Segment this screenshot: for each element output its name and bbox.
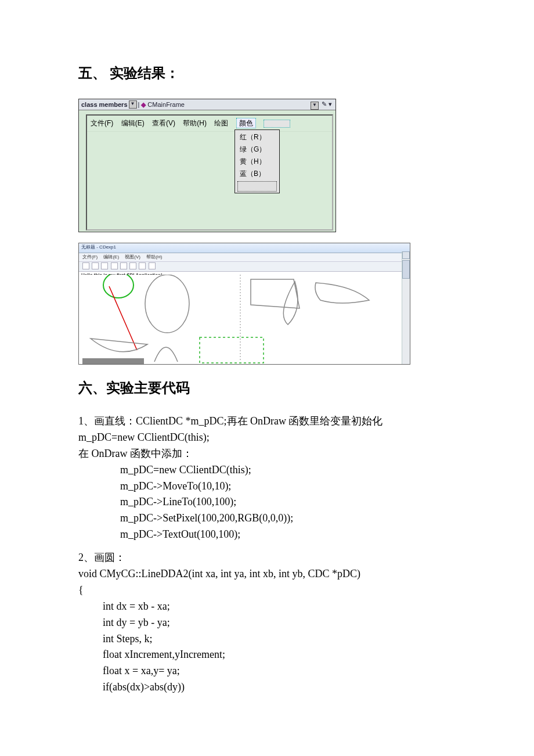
menu-view[interactable]: 视图(V) [125,254,140,260]
tool-icon[interactable] [139,262,146,269]
code-line: 在 OnDraw 函数中添加： [78,446,459,462]
mainframe-label: CMainFrame [147,101,185,108]
screenshot-menu-dropdown: class members ▼ | ◆ CMainFrame ▼ ✎ ▾ 文件(… [78,99,336,232]
menu-file[interactable]: 文件(F) [91,119,113,127]
tool-icon[interactable] [92,262,99,269]
dropdown-item-blue[interactable]: 蓝（B） [235,168,279,180]
menu-draw[interactable]: 绘图 [214,119,228,127]
ide-combo-bar: class members ▼ | ◆ CMainFrame ▼ ✎ ▾ [79,99,335,110]
class-members-label: class members [81,101,128,108]
section-6-heading: 六、实验主要代码 [78,379,459,397]
tool-icon[interactable] [82,262,89,269]
window-title: 无标题 - CDexp1 [81,244,116,250]
toolbar [79,262,410,272]
color-dropdown: 红（R） 绿（G） 黄（H） 蓝（B） [234,129,280,193]
code-line: float xIncrement,yIncrement; [78,647,459,663]
code-line: int dy = yb - ya; [78,615,459,631]
tool-icon[interactable] [111,262,118,269]
code-line: m_pDC->LineTo(100,100); [78,494,459,510]
screenshot-drawing-app: 无标题 - CDexp1 文件(F) 编辑(E) 视图(V) 帮助(H) Hel… [78,243,410,365]
menu-bar: 文件(F) 编辑(E) 视图(V) 帮助(H) [79,253,410,262]
menu-edit[interactable]: 编辑(E) [103,254,119,260]
menu-blank [264,120,290,128]
dropdown-item-red[interactable]: 红（R） [235,131,279,143]
gray-bar [82,358,144,364]
right-controls: ▼ ✎ ▾ [309,100,332,110]
code-line: m_pDC->TextOut(100,100); [78,527,459,543]
shapes-svg [79,275,402,364]
code-line: int Steps, k; [78,631,459,647]
document-page: 五、 实验结果： class members ▼ | ◆ CMainFrame … [0,0,534,730]
tool-icon[interactable] [101,262,108,269]
menu-bar: 文件(F) 编辑(E) 查看(V) 帮助(H) 绘图 颜色 [87,116,332,132]
dropdown-icon: ▼ [311,102,319,110]
code-line: m_pDC=new CClientDC(this); [78,430,459,446]
dropdown-blank-item[interactable] [237,181,277,192]
section-5-heading: 五、 实验结果： [78,64,459,82]
code-line: { [78,582,459,599]
menu-help[interactable]: 帮助(H) [146,254,162,260]
title-bar: 无标题 - CDexp1 [79,243,410,253]
menu-view[interactable]: 查看(V) [152,119,175,127]
tool-icon[interactable] [149,262,156,269]
code-line: 2、画圆： [78,550,459,566]
sep: | [138,101,140,108]
tool-icon[interactable] [129,262,136,269]
code-line: float x = xa,y= ya; [78,663,459,679]
menu-color[interactable]: 颜色 [236,118,256,128]
scroll-thumb[interactable] [402,260,410,279]
drawing-canvas [79,275,402,364]
svg-marker-5 [251,279,300,308]
svg-point-0 [103,275,134,298]
menu-edit[interactable]: 编辑(E) [121,119,145,127]
app-window: 文件(F) 编辑(E) 查看(V) 帮助(H) 绘图 颜色 红（R） 绿（G） … [86,114,333,231]
code-line: 1、画直线：CClientDC *m_pDC;再在 OnDraw 函数里给变量初… [78,413,459,430]
code-line: m_pDC=new CClientDC(this); [78,462,459,478]
code-line: m_pDC->MoveTo(10,10); [78,478,459,495]
dropdown-item-green[interactable]: 绿（G） [235,143,279,156]
tool-icon[interactable] [120,262,127,269]
code-line: m_pDC->SetPixel(100,200,RGB(0,0,0)); [78,510,459,527]
code-line: void CMyCG::LineDDA2(int xa, int ya, int… [78,566,459,582]
menu-file[interactable]: 文件(F) [82,254,98,260]
vertical-scrollbar[interactable] [402,251,410,364]
scroll-up-icon[interactable] [402,251,410,259]
code-line: if(abs(dx)>abs(dy)) [78,679,459,696]
svg-rect-4 [200,337,264,363]
menu-help[interactable]: 帮助(H) [183,119,207,127]
class-icon: ◆ [141,101,146,109]
dropdown-item-yellow[interactable]: 黄（H） [235,156,279,168]
code-line: int dx = xb - xa; [78,599,459,615]
svg-point-2 [145,275,189,333]
dropdown-icon: ▼ [129,100,137,109]
